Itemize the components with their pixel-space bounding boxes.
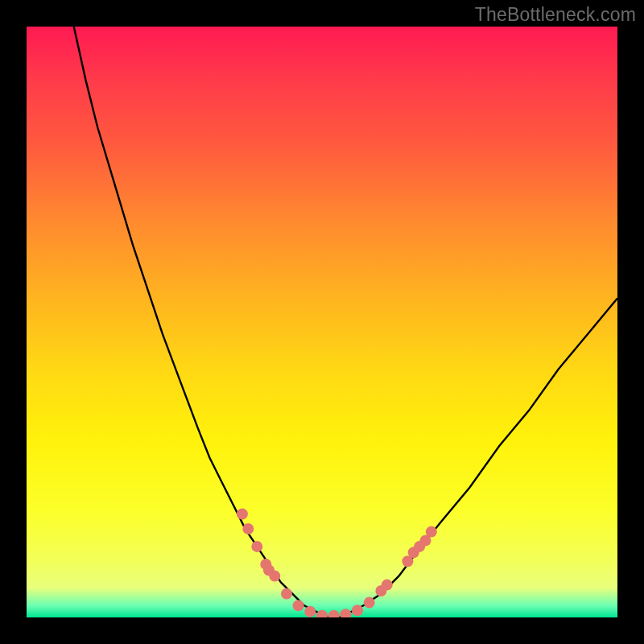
curve-marker [237,509,248,520]
curve-marker [426,526,437,538]
curve-marker [382,580,393,591]
curve-marker [242,523,254,535]
chart-plot-area [27,27,617,617]
curve-marker [316,610,328,617]
curve-marker [251,541,262,552]
bottleneck-curve [27,27,617,617]
curve-marker [328,610,340,617]
curve-marker [269,571,280,582]
curve-marker [281,588,292,600]
curve-marker [304,606,316,617]
chart-frame: TheBottleneck.com [0,0,644,644]
curve-marker [364,597,375,609]
curve-marker [340,609,351,617]
curve-marker [352,605,363,616]
watermark-text: TheBottleneck.com [475,4,636,26]
curve-marker [293,600,304,611]
